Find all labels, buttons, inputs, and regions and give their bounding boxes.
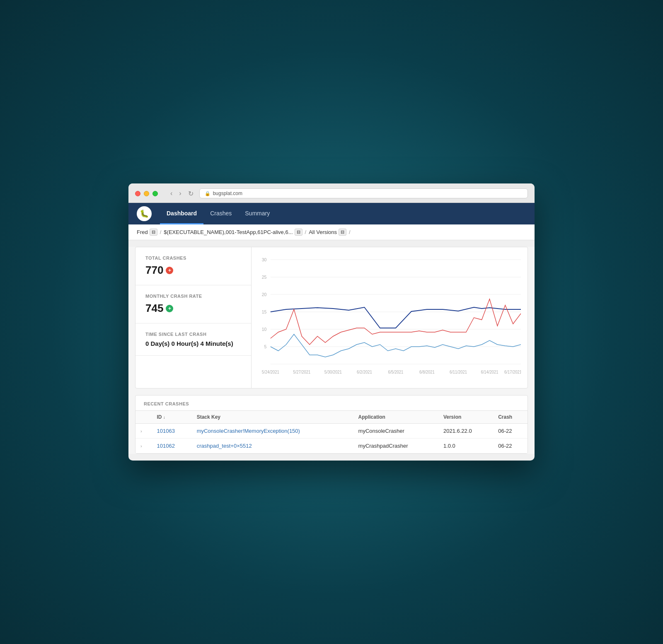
main-content: TOTAL CRASHES 770 + MONTHLY CRASH RATE 7… — [128, 247, 535, 454]
minimize-button[interactable] — [144, 191, 149, 196]
logo-emoji: 🐛 — [140, 209, 149, 218]
expand-cell[interactable]: › — [136, 424, 152, 439]
reload-button[interactable]: ↻ — [186, 189, 196, 198]
crash-id-link[interactable]: 101063 — [157, 428, 174, 434]
breadcrumb-app-text: $(EXECUTABLE_NAME),001-TestApp,61PC-aliv… — [164, 229, 293, 235]
svg-text:5: 5 — [264, 344, 267, 349]
svg-text:5/27/2021: 5/27/2021 — [293, 370, 310, 374]
close-button[interactable] — [135, 191, 140, 196]
breadcrumb-version: All Versions ⊟ — [309, 229, 346, 236]
app-logo: 🐛 — [137, 206, 152, 221]
svg-text:6/2/2021: 6/2/2021 — [357, 370, 372, 374]
stack-key-link[interactable]: crashpad_test+0×5512 — [197, 443, 252, 449]
recent-crashes-section: RECENT CRASHES ID ↓ Stack Key — [135, 395, 528, 454]
svg-text:15: 15 — [262, 309, 267, 314]
th-id[interactable]: ID ↓ — [152, 411, 191, 424]
breadcrumb-version-badge: ⊟ — [339, 229, 346, 236]
expand-cell[interactable]: › — [136, 439, 152, 453]
lock-icon: 🔒 — [205, 191, 211, 196]
table-row: › 101063 myConsoleCrasher!MemoryExceptio… — [136, 424, 527, 439]
svg-text:20: 20 — [262, 292, 267, 297]
nav-summary[interactable]: Summary — [238, 203, 276, 224]
time-since-crash-value: 0 Day(s) 0 Hour(s) 4 Minute(s) — [145, 340, 241, 347]
browser-controls: ‹ › ↻ 🔒 bugsplat.com — [135, 188, 528, 198]
svg-text:6/14/2021: 6/14/2021 — [481, 370, 498, 374]
forward-button[interactable]: › — [177, 189, 184, 198]
breadcrumb-app-badge: ⊟ — [295, 229, 302, 236]
nav-dashboard[interactable]: Dashboard — [160, 203, 203, 224]
svg-text:30: 30 — [262, 257, 267, 262]
total-crashes-block: TOTAL CRASHES 770 + — [136, 247, 251, 285]
crash-id-cell: 101063 — [152, 424, 191, 439]
th-version[interactable]: Version — [438, 411, 493, 424]
breadcrumb-fred: Fred ⊟ — [137, 229, 157, 236]
nav-links: Dashboard Crashes Summary — [160, 203, 276, 224]
th-application[interactable]: Application — [353, 411, 438, 424]
desktop-background: ‹ › ↻ 🔒 bugsplat.com 🐛 Dashboard — [0, 0, 663, 644]
application-cell: myCrashpadCrasher — [353, 439, 438, 453]
th-expand — [136, 411, 152, 424]
stack-key-cell: crashpad_test+0×5512 — [192, 439, 353, 453]
nav-crashes[interactable]: Crashes — [203, 203, 238, 224]
svg-text:6/8/2021: 6/8/2021 — [419, 370, 435, 374]
total-crashes-badge: + — [166, 267, 173, 274]
breadcrumb-app: $(EXECUTABLE_NAME),001-TestApp,61PC-aliv… — [164, 229, 302, 236]
breadcrumb-fred-badge: ⊟ — [150, 229, 157, 236]
stack-key-cell: myConsoleCrasher!MemoryException(150) — [192, 424, 353, 439]
table-header-row: ID ↓ Stack Key Application Version — [136, 411, 527, 424]
stack-key-link[interactable]: myConsoleCrasher!MemoryException(150) — [197, 428, 300, 434]
crash-id-cell: 101062 — [152, 439, 191, 453]
app-nav: 🐛 Dashboard Crashes Summary — [128, 203, 535, 224]
svg-text:6/17/2021: 6/17/2021 — [504, 370, 521, 374]
svg-text:6/5/2021: 6/5/2021 — [388, 370, 404, 374]
breadcrumb: Fred ⊟ / $(EXECUTABLE_NAME),001-TestApp,… — [128, 224, 535, 240]
monthly-crash-rate-badge: + — [166, 305, 173, 312]
table-row: › 101062 crashpad_test+0×5512 myCrashpad… — [136, 439, 527, 453]
time-since-crash-block: TIME SINCE LAST CRASH 0 Day(s) 0 Hour(s)… — [136, 323, 251, 356]
svg-text:5/24/2021: 5/24/2021 — [262, 370, 279, 374]
crashes-table: ID ↓ Stack Key Application Version — [136, 411, 527, 453]
total-crashes-label: TOTAL CRASHES — [145, 256, 241, 260]
monthly-crash-rate-label: MONTHLY CRASH RATE — [145, 294, 241, 299]
breadcrumb-fred-text: Fred — [137, 229, 148, 235]
crash-chart: 30 25 20 15 10 5 5/24/2021 — [255, 256, 521, 380]
browser-window: ‹ › ↻ 🔒 bugsplat.com 🐛 Dashboard — [128, 183, 535, 461]
svg-text:25: 25 — [262, 275, 267, 280]
th-stack-key[interactable]: Stack Key — [192, 411, 353, 424]
crash-date-cell: 06-22 — [493, 424, 527, 439]
monthly-crash-rate-value: 745 + — [145, 302, 241, 315]
address-text: bugsplat.com — [213, 191, 242, 196]
browser-chrome: ‹ › ↻ 🔒 bugsplat.com — [128, 183, 535, 203]
crash-id-link[interactable]: 101062 — [157, 443, 174, 449]
monthly-crash-rate-block: MONTHLY CRASH RATE 745 + — [136, 285, 251, 323]
chart-panel: 30 25 20 15 10 5 5/24/2021 — [252, 247, 527, 388]
stats-panel: TOTAL CRASHES 770 + MONTHLY CRASH RATE 7… — [136, 247, 252, 388]
breadcrumb-version-text: All Versions — [309, 229, 337, 235]
dashboard-layout: TOTAL CRASHES 770 + MONTHLY CRASH RATE 7… — [135, 247, 528, 388]
time-since-crash-label: TIME SINCE LAST CRASH — [145, 332, 241, 337]
application-cell: myConsoleCrasher — [353, 424, 438, 439]
version-cell: 2021.6.22.0 — [438, 424, 493, 439]
total-crashes-value: 770 + — [145, 264, 241, 277]
crash-date-cell: 06-22 — [493, 439, 527, 453]
nav-buttons: ‹ › ↻ — [168, 189, 196, 198]
svg-text:6/11/2021: 6/11/2021 — [450, 370, 467, 374]
address-bar[interactable]: 🔒 bugsplat.com — [199, 188, 528, 198]
version-cell: 1.0.0 — [438, 439, 493, 453]
svg-text:10: 10 — [262, 327, 267, 332]
th-crash-date[interactable]: Crash — [493, 411, 527, 424]
recent-crashes-title: RECENT CRASHES — [136, 396, 527, 411]
back-button[interactable]: ‹ — [168, 189, 175, 198]
svg-text:5/30/2021: 5/30/2021 — [324, 370, 342, 374]
maximize-button[interactable] — [152, 191, 158, 196]
